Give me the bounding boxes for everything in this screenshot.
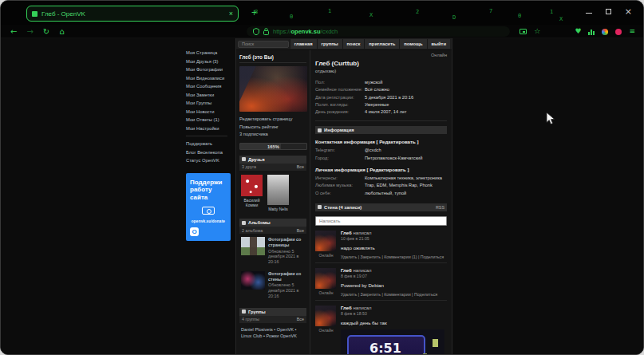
window-light	[433, 339, 438, 347]
profile-main-column: Онлайн Глеб (Curttub) отдыхаю) Пол:мужск…	[310, 50, 452, 355]
groups-icon	[242, 310, 246, 314]
site-sidebar: Моя Страница Мои Друзья (3) Мои Фотограф…	[186, 49, 234, 241]
post-author-link[interactable]: Глеб	[341, 231, 352, 235]
info-label: О себе:	[315, 190, 365, 197]
boost-rating-link[interactable]: Повысить рейтинг	[239, 124, 306, 132]
post-date[interactable]: 10 фев в 21:05	[341, 236, 447, 241]
personal-info-title[interactable]: Личная информация [ Редактировать ]	[315, 167, 447, 172]
information-icon	[318, 128, 322, 132]
sidebar-item-my-friends[interactable]: Мои Друзья (3)	[186, 57, 234, 66]
albums-all-link[interactable]: Все	[297, 228, 304, 233]
sidebar-item-my-messages[interactable]: Мои Сообщения	[186, 82, 234, 91]
sidebar-item-my-news[interactable]: Мои Новости	[186, 108, 234, 116]
friend-item[interactable]: Василий Комми	[241, 175, 263, 208]
heart-extension-icon[interactable]: ♥	[575, 26, 581, 37]
wall-post: Онлайн Глеб написал 10 фев в 21:05 надо …	[315, 226, 447, 263]
album-item[interactable]: Фотографии со страницы Обновлено 5 декаб…	[239, 234, 306, 268]
profile-name: Глеб (Curttub)	[315, 60, 447, 67]
new-tab-button[interactable]: +	[251, 7, 257, 18]
sidebar-item-veselekop-blog[interactable]: Блог Веселекопа	[186, 148, 234, 157]
telegram-link[interactable]: @cxdch	[365, 147, 381, 154]
sidebar-item-support[interactable]: Поддержать	[186, 140, 234, 148]
translate-extension-icon[interactable]	[602, 29, 608, 35]
browser-toolbar: ← → ↻ ⌂ https://openvk.su/cxdch ☆ ♥ ≡	[1, 25, 643, 38]
menu-icon[interactable]: ≡	[629, 26, 635, 37]
sidebar-item-openvk-status[interactable]: Статус OpenVK	[186, 156, 234, 165]
info-value: 5 декабря 2021 в 20:16	[365, 94, 413, 101]
groups-section: Группы 4 группыВсе Daniel Plosivets • Op…	[239, 308, 306, 342]
nav-help[interactable]: помощь	[399, 39, 426, 49]
picture-in-picture-icon[interactable]	[520, 29, 527, 34]
nav-search[interactable]: поиск	[342, 39, 365, 49]
groups-all-link[interactable]: Все	[297, 317, 304, 321]
home-icon[interactable]: ⌂	[59, 27, 64, 36]
sidebar-item-my-photos[interactable]: Мои Фотографии	[186, 65, 234, 74]
nav-groups[interactable]: группы	[317, 39, 342, 49]
info-value: Компьютерная техника, электроника	[365, 175, 442, 182]
browser-tab[interactable]: Глеб - OpenVK ×	[26, 6, 239, 22]
forward-icon[interactable]: →	[26, 27, 33, 36]
post-attached-image[interactable]: 6:51	[341, 329, 444, 355]
stats-extension-icon[interactable]	[588, 29, 595, 35]
wall-post: Онлайн Глеб написал 8 фев в 18:50 каждый…	[315, 301, 447, 355]
maximize-button[interactable]	[606, 9, 611, 14]
matrix-char: X	[559, 16, 563, 22]
album-title[interactable]: Фотографии со страницы	[268, 237, 305, 248]
post-author-avatar[interactable]	[315, 231, 336, 251]
nav-home[interactable]: главная	[290, 39, 317, 49]
friend-avatar[interactable]	[241, 175, 263, 196]
info-value: 4 июля 2007, 14 лет	[365, 108, 407, 116]
groups-list[interactable]: Daniel Plosivets • OpenVK • Linux Club •…	[239, 323, 306, 342]
sidebar-item-my-page[interactable]: Моя Страница	[186, 49, 234, 57]
online-status: Онлайн	[315, 53, 447, 57]
profile-status-text[interactable]: отдыхаю)	[315, 69, 447, 73]
album-item[interactable]: Фотографии со стены Обновлено 5 декабря …	[239, 268, 306, 302]
info-value: Всё сложно	[365, 86, 389, 93]
nav-logout[interactable]: выйти	[427, 39, 450, 49]
contact-info-title[interactable]: Контактная информация [ Редактировать ]	[315, 139, 447, 144]
friend-item[interactable]: Matty Nelis	[267, 175, 289, 212]
post-author-avatar[interactable]	[315, 268, 336, 289]
mouse-cursor	[546, 112, 555, 125]
post-date[interactable]: 8 фев в 18:50	[341, 311, 447, 316]
groups-count: 4 группы	[242, 317, 259, 321]
shield-icon[interactable]	[253, 28, 259, 35]
window-close-button[interactable]: ×	[625, 8, 632, 15]
friend-name[interactable]: Василий Комми	[241, 198, 263, 208]
album-thumbnail[interactable]	[241, 271, 265, 290]
url-bar[interactable]: https://openvk.su/cxdch	[247, 26, 510, 37]
wall-section-header: Стена (4 записи) RSS	[315, 203, 447, 211]
reload-icon[interactable]: ↻	[43, 27, 49, 36]
album-updated: Обновлено 5 декабря 2021 в 20:16	[268, 249, 305, 265]
post-author-link[interactable]: Глеб	[341, 268, 352, 273]
friend-avatar[interactable]	[267, 175, 289, 205]
post-author-avatar[interactable]	[315, 306, 336, 326]
albums-section: Альбомы 2 альбомаВсе Фотографии со стран…	[239, 219, 306, 302]
bookmark-star-icon[interactable]: ☆	[534, 26, 540, 37]
back-icon[interactable]: ←	[10, 27, 17, 36]
minimize-button[interactable]	[586, 13, 592, 14]
sidebar-item-my-settings[interactable]: Мои Настройки	[186, 124, 234, 133]
post-author-link[interactable]: Глеб	[341, 306, 352, 310]
tab-close-icon[interactable]: ×	[229, 10, 233, 18]
subscribers-link[interactable]: 3 подписчика	[239, 131, 306, 139]
post-date[interactable]: 8 фев в 19:07	[341, 274, 447, 278]
wall-post-input[interactable]	[315, 216, 447, 226]
album-thumbnail[interactable]	[241, 237, 265, 255]
post-actions[interactable]: Удалить | Закрепить | Комментарии (1) | …	[341, 254, 447, 259]
sidebar-item-my-notes[interactable]: Мои Заметки	[186, 91, 234, 100]
pocket-extension-icon[interactable]	[615, 29, 622, 35]
donate-banner[interactable]: Поддержи работу сайта openvk.su/donate O	[186, 173, 231, 242]
nav-invite[interactable]: пригласить	[364, 39, 399, 49]
friends-all-link[interactable]: Все	[297, 164, 304, 169]
sidebar-item-my-groups[interactable]: Мои Группы	[186, 99, 234, 108]
album-title[interactable]: Фотографии со стены	[268, 271, 305, 282]
friend-name[interactable]: Matty Nelis	[267, 207, 289, 212]
post-actions[interactable]: Удалить | Закрепить | Комментарии | Поде…	[341, 292, 447, 297]
sidebar-item-my-videos[interactable]: Мои Видеозаписи	[186, 74, 234, 83]
sidebar-item-my-replies[interactable]: Мои Ответы (1)	[186, 116, 234, 124]
profile-photo[interactable]	[239, 66, 307, 112]
rss-link[interactable]: RSS	[436, 205, 444, 210]
search-input[interactable]	[238, 41, 289, 48]
edit-page-link[interactable]: Редактировать страницу	[239, 116, 306, 124]
